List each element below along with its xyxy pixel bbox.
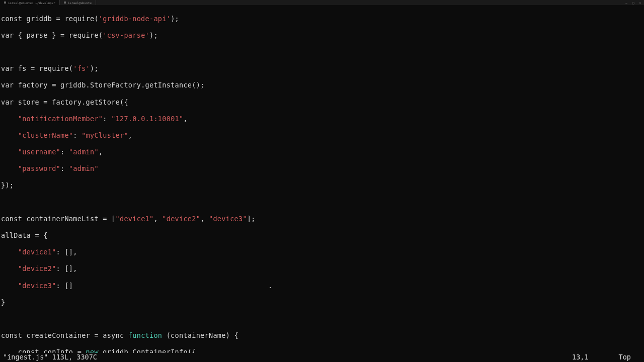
maximize-icon[interactable]: □ — [632, 1, 634, 5]
code-line: "clusterName": "myCluster", — [1, 131, 643, 140]
code-line: } — [1, 298, 643, 307]
code-line: "device2": [], — [1, 264, 643, 273]
code-line: var fs = require('fs'); — [1, 64, 643, 73]
minimize-icon[interactable]: — — [625, 1, 627, 5]
close-icon[interactable]: × — [639, 1, 641, 5]
tab-1[interactable]: israel@ubuntu: ~/developer — [0, 0, 60, 5]
status-cursor-pos: 13,1 — [572, 353, 589, 361]
code-line: "device3": [] . — [1, 282, 643, 290]
code-line — [1, 315, 643, 323]
code-line — [1, 48, 643, 56]
status-bar: "ingest.js" 113L, 3307C 13,1 Top — [0, 353, 644, 362]
tab-2[interactable]: israel@ubuntu — [60, 0, 96, 5]
status-file-info: "ingest.js" 113L, 3307C — [3, 353, 97, 361]
code-line: var factory = griddb.StoreFactory.getIns… — [1, 81, 643, 89]
tab-2-label: israel@ubuntu — [68, 1, 92, 5]
terminal-icon — [64, 2, 66, 4]
code-line: "device1": [], — [1, 248, 643, 256]
code-line: const griddb = require('griddb-node-api'… — [1, 15, 643, 23]
code-line — [1, 198, 643, 207]
cursor-position: . — [73, 282, 272, 290]
code-line: var store = factory.getStore({ — [1, 98, 643, 107]
status-scroll: Top — [619, 353, 631, 361]
title-bar: israel@ubuntu: ~/developer israel@ubuntu… — [0, 0, 644, 5]
window-controls: — □ × — [625, 1, 644, 5]
code-line: const containerNameList = ["device1", "d… — [1, 215, 643, 223]
code-line: }); — [1, 181, 643, 190]
code-line: const createContainer = async function (… — [1, 331, 643, 340]
code-line: "notificationMember": "127.0.0.1:10001", — [1, 115, 643, 123]
terminal-icon — [4, 2, 6, 4]
code-line: allData = { — [1, 231, 643, 240]
tab-1-label: israel@ubuntu: ~/developer — [8, 1, 55, 5]
code-line: "password": "admin" — [1, 164, 643, 173]
code-line: "username": "admin", — [1, 148, 643, 156]
editor-area[interactable]: const griddb = require('griddb-node-api'… — [0, 5, 644, 362]
code-line: var { parse } = require('csv-parse'); — [1, 31, 643, 40]
